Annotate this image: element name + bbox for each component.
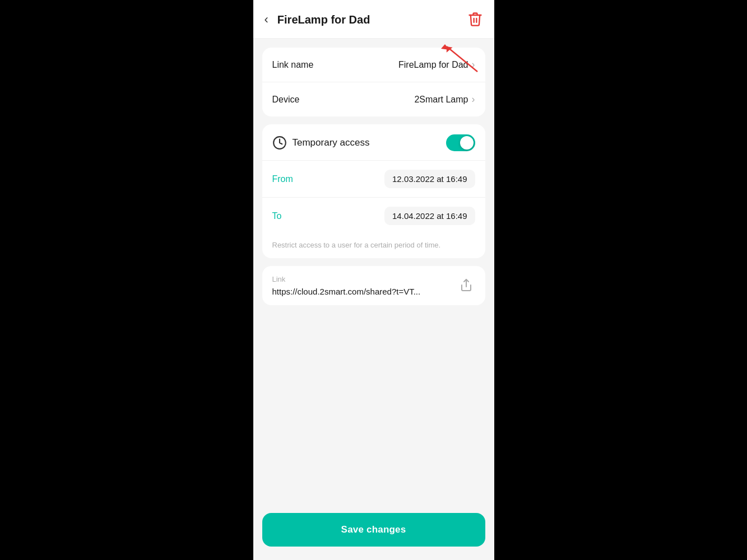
link-name-value: FireLamp for Dad › xyxy=(398,59,475,71)
temporary-access-header: Temporary access xyxy=(262,124,485,161)
from-label: From xyxy=(272,174,293,184)
chevron-right-icon: › xyxy=(472,59,475,71)
link-name-row[interactable]: Link name FireLamp for Dad › xyxy=(262,48,485,82)
delete-button[interactable] xyxy=(467,11,483,29)
to-row: To 14.04.2022 at 16:49 xyxy=(262,198,485,234)
page-title: FireLamp for Dad xyxy=(277,13,467,26)
share-icon xyxy=(460,278,473,292)
device-row[interactable]: Device 2Smart Lamp › xyxy=(262,82,485,116)
link-name-label: Link name xyxy=(272,60,314,70)
temporary-access-toggle[interactable] xyxy=(446,134,475,151)
info-card: Link name FireLamp for Dad › Device 2Sma… xyxy=(262,48,485,116)
phone-screen: ‹ FireLamp for Dad Link name xyxy=(253,0,494,560)
to-label: To xyxy=(272,211,282,221)
temporary-access-card: Temporary access From 12.03.2022 at 16:4… xyxy=(262,124,485,258)
toggle-slider xyxy=(446,134,475,151)
device-value: 2Smart Lamp › xyxy=(414,94,475,105)
trash-icon xyxy=(467,11,483,27)
save-changes-button[interactable]: Save changes xyxy=(262,513,485,547)
save-button-container: Save changes xyxy=(253,504,494,560)
temporary-access-hint: Restrict access to a user for a certain … xyxy=(262,234,485,258)
clock-icon xyxy=(272,136,287,150)
link-content: Link https://cloud.2smart.com/shared?t=V… xyxy=(272,275,451,296)
to-value[interactable]: 14.04.2022 at 16:49 xyxy=(384,207,475,225)
from-row: From 12.03.2022 at 16:49 xyxy=(262,161,485,198)
from-value[interactable]: 12.03.2022 at 16:49 xyxy=(384,170,475,188)
back-button[interactable]: ‹ xyxy=(262,10,273,29)
header: ‹ FireLamp for Dad xyxy=(253,0,494,39)
temporary-access-title: Temporary access xyxy=(293,137,370,148)
link-url: https://cloud.2smart.com/shared?t=VT... xyxy=(272,287,451,296)
temp-header-left: Temporary access xyxy=(272,136,370,150)
chevron-right-icon-2: › xyxy=(472,94,475,105)
main-content: Link name FireLamp for Dad › Device 2Sma… xyxy=(253,39,494,504)
device-label: Device xyxy=(272,95,300,105)
link-card: Link https://cloud.2smart.com/shared?t=V… xyxy=(262,266,485,305)
share-button[interactable] xyxy=(457,276,475,296)
link-label: Link xyxy=(272,275,451,283)
